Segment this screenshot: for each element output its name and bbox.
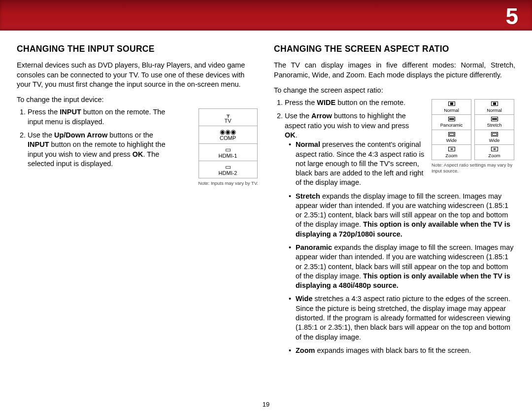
aspect-zoom-icon bbox=[448, 147, 455, 151]
lead-aspect-ratio: To change the screen aspect ratio: bbox=[274, 86, 515, 95]
bullet-normal: Normal preserves the content's original … bbox=[296, 140, 433, 187]
aspect-normal-icon bbox=[448, 102, 455, 106]
aspect-item-wide-2: Wide bbox=[475, 130, 514, 145]
input-menu-note: Note: Inputs may vary by TV. bbox=[199, 180, 258, 186]
lead-input-source: To change the input device: bbox=[17, 95, 258, 104]
aspect-item-zoom: Zoom bbox=[432, 145, 471, 160]
intro-aspect-ratio: The TV can display images in five differ… bbox=[274, 61, 515, 80]
input-menu-item-hdmi2: ▭HDMI-2 bbox=[199, 161, 257, 178]
column-spacer bbox=[17, 172, 258, 350]
intro-input-source: External devices such as DVD players, Bl… bbox=[17, 61, 258, 89]
input-menu: ᚁTV ◉◉◉COMP ▭HDMI-1 ▭HDMI-2 bbox=[199, 108, 258, 178]
input-menu-figure: ᚁTV ◉◉◉COMP ▭HDMI-1 ▭HDMI-2 Note: Inputs… bbox=[199, 108, 258, 186]
aspect-step-1: Press the WIDE button on the remote. bbox=[285, 98, 423, 107]
aspect-normal-icon bbox=[491, 102, 498, 106]
input-step-2: Use the Up/Down Arrow buttons or the INP… bbox=[28, 131, 166, 169]
aspect-item-zoom-2: Zoom bbox=[475, 145, 514, 160]
bullet-zoom: Zoom expands images with black bars to f… bbox=[296, 346, 515, 355]
aspect-panoramic-icon bbox=[448, 117, 455, 121]
input-menu-item-comp: ◉◉◉COMP bbox=[199, 126, 257, 143]
footer-page-number: 19 bbox=[0, 401, 532, 408]
heading-input-source: CHANGING THE INPUT SOURCE bbox=[17, 43, 258, 55]
aspect-note: Note: Aspect ratio settings may vary by … bbox=[432, 162, 515, 174]
page-content: CHANGING THE INPUT SOURCE External devic… bbox=[0, 39, 532, 401]
aspect-zoom-icon bbox=[491, 147, 498, 151]
heading-aspect-ratio: CHANGING THE SCREEN ASPECT RATIO bbox=[274, 43, 515, 55]
hdmi-icon: ▭ bbox=[199, 162, 257, 170]
bullet-stretch: Stretch expands the display image to fil… bbox=[296, 192, 515, 239]
input-menu-item-tv: ᚁTV bbox=[199, 109, 257, 126]
aspect-item-panoramic: Panoramic bbox=[432, 114, 471, 130]
aspect-wide-icon bbox=[448, 132, 455, 137]
chapter-number: 5 bbox=[505, 3, 518, 30]
bullet-wide: Wide stretches a 4:3 aspect ratio pictur… bbox=[296, 294, 515, 342]
aspect-col-1: Normal Panoramic Wide Zoom bbox=[432, 99, 471, 160]
antenna-icon: ᚁ bbox=[199, 110, 257, 118]
component-icon: ◉◉◉ bbox=[199, 127, 257, 135]
aspect-item-stretch: Stretch bbox=[475, 114, 514, 130]
aspect-stretch-icon bbox=[491, 117, 498, 121]
aspect-wide-icon bbox=[491, 132, 498, 137]
aspect-figure: Normal Panoramic Wide Zoom Normal Stretc… bbox=[432, 99, 515, 174]
chapter-header: 5 bbox=[0, 0, 532, 31]
aspect-col-2: Normal Stretch Wide Zoom bbox=[474, 99, 514, 160]
bullet-panoramic: Panoramic expands the display image to f… bbox=[296, 243, 515, 290]
aspect-item-normal-2: Normal bbox=[475, 100, 514, 115]
aspect-item-wide: Wide bbox=[432, 130, 471, 145]
aspect-item-normal: Normal bbox=[432, 100, 471, 115]
hdmi-icon: ▭ bbox=[199, 145, 257, 153]
input-menu-item-hdmi1: ▭HDMI-1 bbox=[199, 143, 257, 161]
input-step-1: Press the INPUT button on the remote. Th… bbox=[28, 107, 166, 127]
